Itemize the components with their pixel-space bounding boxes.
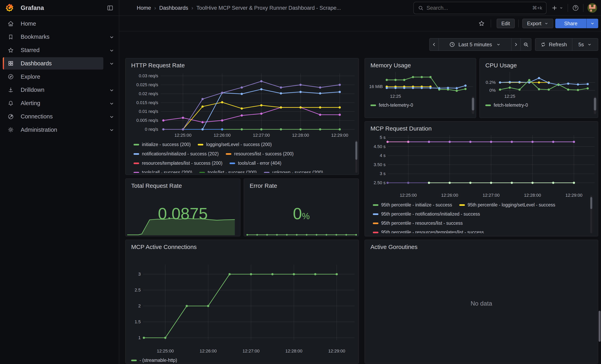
chevron-down-icon[interactable] bbox=[108, 87, 115, 94]
sidebar-item-connections[interactable]: Connections bbox=[3, 110, 103, 123]
header: Home › Dashboards › ToolHive MCP Server … bbox=[119, 0, 601, 31]
page-scrollbar[interactable] bbox=[599, 311, 601, 342]
refresh-button[interactable]: Refresh bbox=[535, 38, 572, 51]
svg-text:12:28:00: 12:28:00 bbox=[292, 133, 309, 138]
legend-scrollbar[interactable] bbox=[472, 98, 474, 110]
svg-text:12:25:00: 12:25:00 bbox=[400, 193, 417, 198]
collapse-sidebar-icon[interactable] bbox=[107, 4, 114, 11]
avatar[interactable] bbox=[588, 3, 597, 13]
svg-text:16 MiB: 16 MiB bbox=[369, 84, 383, 89]
chevron-down-icon[interactable] bbox=[108, 100, 115, 107]
svg-text:0.02 req/s: 0.02 req/s bbox=[139, 91, 158, 96]
svg-text:12:29:00: 12:29:00 bbox=[331, 133, 348, 138]
zoom-out-button[interactable] bbox=[520, 38, 531, 51]
legend-item[interactable]: fetch-telemetry-0 bbox=[485, 103, 528, 108]
legend-item[interactable]: fetch-telemetry-0 bbox=[371, 103, 413, 108]
refresh-interval-picker[interactable]: 5s bbox=[572, 38, 598, 51]
no-data-message: No data bbox=[365, 300, 598, 307]
chevron-down-icon bbox=[544, 21, 549, 26]
apps-icon bbox=[6, 60, 16, 67]
chevron-down-icon[interactable] bbox=[108, 34, 115, 41]
legend-item[interactable]: unknown - success (200) bbox=[264, 170, 323, 173]
legend-item[interactable]: 95th percentile - resources/list - succe… bbox=[373, 221, 463, 226]
chart-legend: initialize - success (200)logging/setLev… bbox=[134, 140, 353, 173]
legend-scrollbar[interactable] bbox=[355, 141, 357, 160]
header-actions: ⌘+k bbox=[413, 0, 597, 16]
stat-value: 0% bbox=[244, 204, 359, 223]
legend-label: unknown - success (200) bbox=[272, 170, 323, 173]
dashboard-toolbar: Edit Export Share bbox=[119, 16, 601, 31]
legend-item[interactable]: 95th percentile - notifications/initiali… bbox=[373, 211, 480, 217]
sidebar-item-home[interactable]: Home bbox=[3, 18, 103, 30]
legend-label: fetch-telemetry-0 bbox=[494, 103, 528, 108]
share-button[interactable]: Share bbox=[555, 19, 586, 28]
chevron-down-icon[interactable] bbox=[108, 47, 115, 54]
stat-unit: % bbox=[302, 211, 310, 221]
chevron-left-icon bbox=[431, 42, 437, 47]
legend-item[interactable]: resources/list - success (200) bbox=[226, 151, 293, 157]
help-button[interactable] bbox=[572, 4, 579, 11]
search-field[interactable] bbox=[427, 5, 532, 11]
sidebar-item-bookmarks[interactable]: Bookmarks bbox=[3, 31, 103, 43]
grafana-app: Grafana Home Bookmarks Starred D bbox=[0, 0, 601, 364]
zoom-out-icon bbox=[523, 41, 529, 48]
legend-label: 95th percentile - logging/setLevel - suc… bbox=[468, 202, 555, 208]
mcp-active-connections-chart: 32.521.5112:25:0012:26:0012:27:0012:28:0… bbox=[126, 240, 359, 363]
legend-scrollbar[interactable] bbox=[594, 98, 596, 110]
export-button[interactable]: Export bbox=[522, 19, 553, 28]
legend-item[interactable]: notifications/initialized - success (202… bbox=[134, 151, 219, 157]
legend-label: notifications/initialized - success (202… bbox=[142, 151, 219, 157]
sidebar-item-administration[interactable]: Administration bbox=[3, 124, 103, 136]
refresh-icon bbox=[540, 42, 546, 47]
chevron-down-icon[interactable] bbox=[108, 126, 115, 134]
chart-legend: fetch-telemetry-0 bbox=[485, 102, 589, 110]
share-menu-button[interactable] bbox=[586, 19, 598, 28]
chevron-down-icon[interactable] bbox=[108, 60, 115, 67]
edit-button[interactable]: Edit bbox=[497, 19, 515, 28]
sidebar-item-drilldown[interactable]: Drilldown bbox=[3, 84, 103, 96]
legend-item[interactable]: tools/list - success (200) bbox=[199, 170, 257, 173]
time-forward-button[interactable] bbox=[511, 38, 521, 51]
legend-item[interactable]: 95th percentile - initialize - success bbox=[373, 202, 452, 208]
svg-text:12:27:00: 12:27:00 bbox=[253, 133, 270, 138]
sidebar: Grafana Home Bookmarks Starred D bbox=[0, 0, 119, 364]
legend-item[interactable]: initialize - success (200) bbox=[134, 142, 190, 147]
svg-text:0.2%: 0.2% bbox=[486, 80, 496, 85]
svg-text:12:25: 12:25 bbox=[390, 94, 401, 99]
sidebar-item-dashboards[interactable]: Dashboards bbox=[3, 57, 103, 69]
svg-text:0.01 req/s: 0.01 req/s bbox=[139, 109, 158, 114]
sidebar-item-explore[interactable]: Explore bbox=[3, 70, 103, 83]
add-new-button[interactable] bbox=[551, 5, 564, 11]
legend-label: logging/setLevel - success (200) bbox=[206, 142, 272, 147]
plus-icon bbox=[551, 5, 558, 11]
svg-text:12:27:00: 12:27:00 bbox=[242, 348, 260, 354]
legend-label: initialize - success (200) bbox=[142, 142, 190, 147]
legend-item[interactable]: 95th percentile - resources/templates/li… bbox=[373, 230, 484, 233]
legend-item[interactable]: - (streamable-http) bbox=[131, 358, 177, 363]
legend-item[interactable]: resources/templates/list - success (200) bbox=[134, 160, 222, 166]
panel-title[interactable]: Active Goroutines bbox=[371, 244, 418, 250]
sidebar-item-starred[interactable]: Starred bbox=[3, 44, 103, 56]
legend-swatch bbox=[134, 172, 139, 173]
legend-label: - (streamable-http) bbox=[140, 358, 177, 363]
legend-item[interactable]: logging/setLevel - success (200) bbox=[198, 142, 272, 147]
sidebar-header: Grafana bbox=[0, 0, 119, 16]
svg-text:0%: 0% bbox=[489, 88, 496, 93]
search-input[interactable]: ⌘+k bbox=[413, 2, 547, 14]
home-icon bbox=[6, 20, 16, 27]
breadcrumb-home[interactable]: Home bbox=[137, 5, 151, 11]
legend-item[interactable]: tools/call - success (200) bbox=[134, 170, 192, 173]
legend-item[interactable]: tools/call - error (404) bbox=[230, 160, 281, 166]
star-dashboard-icon[interactable] bbox=[478, 20, 485, 27]
breadcrumb-row: Home › Dashboards › ToolHive MCP Server … bbox=[119, 0, 601, 16]
sidebar-item-alerting[interactable]: Alerting bbox=[3, 97, 103, 109]
legend-item[interactable]: 95th percentile - logging/setLevel - suc… bbox=[459, 202, 555, 208]
legend-swatch bbox=[485, 105, 491, 106]
svg-text:12:26:00: 12:26:00 bbox=[214, 133, 231, 138]
time-back-button[interactable] bbox=[429, 38, 439, 51]
plug-icon bbox=[6, 113, 16, 120]
time-range-picker[interactable]: Last 5 minutes bbox=[438, 38, 511, 51]
chevron-down-icon[interactable] bbox=[108, 113, 115, 120]
legend-scrollbar[interactable] bbox=[590, 197, 592, 209]
breadcrumb-dashboards[interactable]: Dashboards bbox=[159, 5, 188, 11]
